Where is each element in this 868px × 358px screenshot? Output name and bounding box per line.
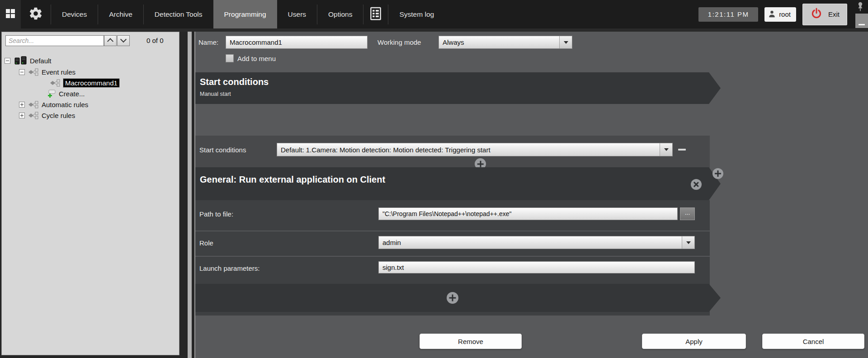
search-next-button[interactable] — [117, 35, 130, 46]
tab-users[interactable]: Users — [277, 0, 317, 28]
server-icon — [14, 56, 27, 65]
action-section-title: General: Run external application on Cli… — [195, 167, 721, 185]
object-tree: Default Event rules Macrocommand1 Create… — [2, 55, 179, 121]
system-log-icon-button[interactable] — [363, 0, 388, 28]
pin-icon[interactable] — [856, 1, 864, 12]
role-label: Role — [199, 239, 213, 247]
remove-action-close-button[interactable] — [691, 179, 702, 190]
expand-expander-icon[interactable] — [19, 102, 25, 108]
remove-button[interactable]: Remove — [420, 334, 522, 349]
search-prev-button[interactable] — [104, 35, 117, 46]
user-icon — [768, 10, 776, 19]
dropdown-arrow-button[interactable] — [559, 36, 572, 48]
browse-file-button[interactable]: ... — [680, 207, 695, 220]
start-conditions-title: Start conditions — [195, 72, 721, 87]
rules-icon — [28, 68, 39, 76]
path-to-file-row: Path to file: ... — [195, 200, 710, 231]
launch-parameters-row: Launch parameters: — [195, 257, 710, 283]
object-tree-panel: 0 of 0 Default Event rules Macrocommand1 — [1, 32, 179, 355]
tab-devices[interactable]: Devices — [51, 0, 98, 28]
role-select[interactable]: admin — [378, 236, 695, 249]
create-new-icon — [47, 90, 56, 98]
collapsed-panel-handle[interactable] — [855, 14, 868, 28]
dropdown-arrow-button[interactable] — [660, 143, 672, 156]
gear-icon — [28, 6, 43, 23]
cancel-button[interactable]: Cancel — [762, 334, 864, 349]
tree-item-label[interactable]: Cycle rules — [42, 112, 75, 119]
tree-item-label[interactable]: Event rules — [42, 68, 75, 76]
macrocommand-properties-panel: Name: Working mode Always Add to menu St… — [194, 32, 868, 358]
power-icon — [810, 7, 823, 21]
action-section-header: General: Run external application on Cli… — [195, 167, 721, 200]
tree-item-cycle-rules[interactable]: Cycle rules — [2, 110, 179, 121]
search-result-count: 0 of 0 — [146, 37, 164, 44]
name-input[interactable] — [226, 36, 368, 49]
working-mode-label: Working mode — [377, 38, 421, 46]
tree-item-default[interactable]: Default — [2, 55, 179, 66]
tree-item-macrocommand1[interactable]: Macrocommand1 — [2, 77, 179, 88]
add-action-plus-button[interactable] — [712, 168, 723, 179]
search-input[interactable] — [5, 35, 104, 46]
start-condition-select[interactable]: Default: 1.Camera: Motion detection: Mot… — [277, 143, 673, 156]
chevron-down-icon — [664, 148, 669, 151]
tab-system-log[interactable]: System log — [388, 0, 445, 28]
exit-button[interactable]: Exit — [802, 4, 847, 25]
rules-icon — [28, 112, 39, 119]
tree-item-event-rules[interactable]: Event rules — [2, 66, 179, 77]
panel-splitter-handle[interactable] — [188, 32, 192, 358]
start-condition-value: Default: 1.Camera: Motion detection: Mot… — [277, 143, 660, 156]
name-label: Name: — [198, 38, 218, 46]
tab-archive[interactable]: Archive — [98, 0, 143, 28]
tab-options[interactable]: Options — [317, 0, 363, 28]
add-to-menu-checkbox[interactable] — [226, 54, 234, 62]
start-conditions-label: Start conditions — [199, 146, 246, 154]
action-section-footer — [195, 284, 721, 312]
collapse-expander-icon[interactable] — [5, 58, 10, 64]
macro-icon — [50, 79, 61, 87]
remove-condition-minus-button[interactable] — [678, 149, 686, 151]
current-user-button[interactable]: root — [764, 7, 796, 22]
expand-expander-icon[interactable] — [19, 113, 25, 118]
path-to-file-input[interactable] — [378, 207, 678, 220]
tab-detection-tools[interactable]: Detection Tools — [144, 0, 213, 28]
collapse-expander-icon[interactable] — [19, 69, 25, 75]
clock-display: 1:21:11 PM — [698, 7, 758, 22]
role-value: admin — [379, 236, 682, 249]
tree-item-automatic-rules[interactable]: Automatic rules — [2, 99, 179, 110]
start-conditions-subtitle: Manual start — [195, 87, 721, 97]
apps-grid-button[interactable] — [0, 0, 21, 28]
rules-icon — [28, 101, 39, 108]
tree-search-row: 0 of 0 — [2, 32, 179, 49]
launch-parameters-label: Launch parameters: — [199, 264, 259, 272]
tree-item-label[interactable]: Automatic rules — [42, 101, 88, 108]
chevron-down-icon — [564, 41, 568, 44]
chevron-up-icon — [107, 38, 113, 44]
chevron-down-icon — [686, 241, 691, 244]
path-to-file-label: Path to file: — [199, 210, 233, 218]
tree-item-create[interactable]: Create... — [2, 88, 179, 99]
apps-grid-icon — [5, 8, 16, 21]
dropdown-arrow-button[interactable] — [682, 236, 694, 249]
add-to-menu-label: Add to menu — [237, 55, 276, 62]
tab-programming[interactable]: Programming — [213, 0, 277, 28]
panel-splitter-zone — [181, 32, 194, 358]
apply-button[interactable]: Apply — [642, 334, 746, 349]
exit-label: Exit — [828, 10, 840, 18]
tree-item-label[interactable]: Default — [30, 57, 52, 65]
chevron-down-icon — [120, 36, 127, 42]
working-mode-select[interactable]: Always — [439, 36, 572, 49]
user-name: root — [779, 10, 791, 18]
start-conditions-section-header: Start conditions Manual start — [195, 72, 721, 104]
tree-item-label[interactable]: Create... — [59, 90, 85, 98]
launch-parameters-input[interactable] — [378, 261, 695, 273]
add-new-action-plus-button[interactable] — [447, 292, 458, 304]
role-row: Role admin — [195, 231, 710, 257]
working-mode-value: Always — [439, 36, 559, 48]
top-menu-bar: Devices Archive Detection Tools Programm… — [0, 0, 868, 28]
report-icon — [370, 7, 382, 22]
tree-item-label-selected[interactable]: Macrocommand1 — [63, 79, 119, 87]
topbar-bottom-strip — [0, 28, 868, 32]
settings-gear-button[interactable] — [21, 0, 51, 28]
